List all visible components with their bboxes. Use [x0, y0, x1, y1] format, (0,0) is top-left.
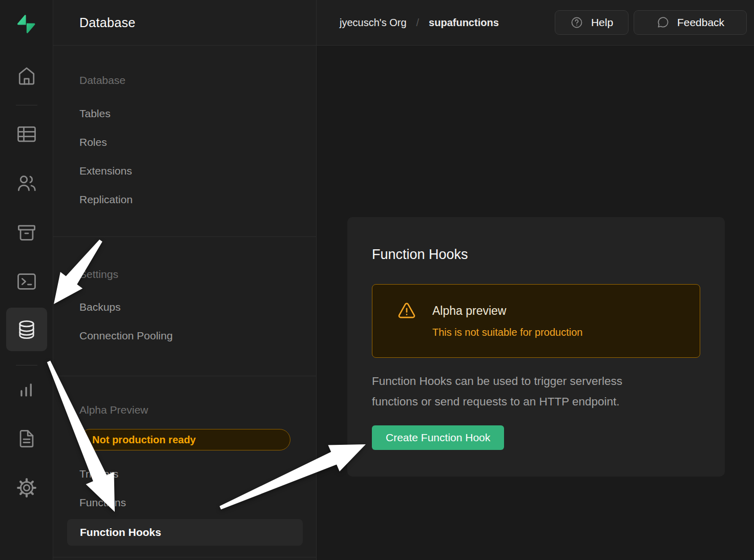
home-icon — [15, 64, 38, 87]
alert-subtitle: This is not suitable for production — [432, 325, 583, 340]
bar-chart-icon — [15, 378, 38, 401]
not-production-ready-badge: Not production ready — [79, 429, 290, 450]
create-function-hook-button[interactable]: Create Function Hook — [372, 425, 504, 450]
card-description-line: Function Hooks can be used to trigger se… — [372, 371, 695, 392]
sidebar-header: Database — [53, 0, 316, 46]
menu-list: Tables Roles Extensions Replication — [53, 99, 316, 214]
rail-divider — [16, 365, 37, 365]
header-actions: Help Feedback — [555, 10, 747, 35]
alert-text: Alpha preview This is not suitable for p… — [432, 301, 583, 340]
help-question-icon — [570, 16, 583, 29]
rail-divider — [16, 105, 37, 105]
table-editor-icon — [15, 123, 38, 145]
sidebar-item-tables[interactable]: Tables — [53, 99, 316, 128]
warning-triangle-icon — [397, 301, 416, 320]
sidebar-item-backups[interactable]: Backups — [53, 293, 316, 321]
card-description: Function Hooks can be used to trigger se… — [372, 371, 695, 412]
feedback-button[interactable]: Feedback — [634, 10, 747, 35]
breadcrumb-org[interactable]: jyecusch's Org — [340, 17, 407, 29]
function-hooks-card: Function Hooks Alpha preview This is not… — [347, 217, 725, 477]
database-icon — [15, 318, 38, 341]
sidebar-item-extensions[interactable]: Extensions — [53, 157, 316, 185]
gear-icon — [15, 477, 38, 499]
storage-box-icon — [15, 221, 38, 244]
breadcrumb-separator: / — [416, 17, 420, 29]
sidebar-section-database: Database Tables Roles Extensions Replica… — [53, 46, 316, 236]
feedback-button-label: Feedback — [677, 16, 724, 29]
icon-rail — [0, 0, 53, 560]
help-button-label: Help — [591, 16, 613, 29]
alpha-preview-alert: Alpha preview This is not suitable for p… — [372, 284, 700, 358]
home-nav-button[interactable] — [0, 61, 53, 90]
database-sidebar: Database Database Tables Roles Extension… — [53, 0, 317, 560]
terminal-icon — [15, 270, 38, 293]
sidebar-item-roles[interactable]: Roles — [53, 128, 316, 157]
section-label-settings: Settings — [79, 267, 316, 282]
auth-users-nav-button[interactable] — [0, 169, 53, 198]
table-editor-nav-button[interactable] — [0, 120, 53, 148]
docs-nav-button[interactable] — [0, 424, 53, 453]
main-header: jyecusch's Org / supafunctions Help Feed… — [317, 0, 754, 46]
sidebar-item-triggers[interactable]: Triggers — [53, 460, 316, 488]
sidebar-item-connection-pooling[interactable]: Connection Pooling — [53, 321, 316, 350]
breadcrumb-project[interactable]: supafunctions — [429, 17, 499, 29]
supabase-bolt-icon — [14, 12, 38, 36]
users-icon — [15, 172, 38, 195]
menu-list: Backups Connection Pooling — [53, 293, 316, 350]
sql-editor-nav-button[interactable] — [0, 267, 53, 296]
sidebar-item-functions[interactable]: Functions — [53, 488, 316, 517]
database-nav-button-active[interactable] — [6, 308, 47, 351]
settings-nav-button[interactable] — [0, 473, 53, 502]
menu-list: Triggers Functions Function Hooks — [53, 460, 316, 546]
section-label-database: Database — [79, 73, 316, 88]
card-description-line: functions or send requests to an HTTP en… — [372, 392, 695, 412]
document-icon — [15, 427, 38, 450]
card-title: Function Hooks — [372, 246, 700, 263]
feedback-bubble-icon — [656, 16, 669, 29]
sidebar-item-replication[interactable]: Replication — [53, 185, 316, 214]
sidebar-section-alpha-preview: Alpha Preview Not production ready Trigg… — [53, 376, 316, 557]
sidebar-title: Database — [79, 15, 135, 30]
storage-nav-button[interactable] — [0, 218, 53, 247]
sidebar-section-settings: Settings Backups Connection Pooling — [53, 236, 316, 376]
app-window: Database Database Tables Roles Extension… — [0, 0, 754, 560]
help-button[interactable]: Help — [555, 10, 629, 35]
alert-title: Alpha preview — [432, 301, 583, 320]
breadcrumb: jyecusch's Org / supafunctions — [340, 17, 499, 29]
section-label-alpha-preview: Alpha Preview — [79, 402, 316, 418]
sidebar-item-function-hooks-active[interactable]: Function Hooks — [67, 519, 303, 546]
supabase-logo[interactable] — [14, 12, 38, 36]
reports-nav-button[interactable] — [0, 375, 53, 404]
